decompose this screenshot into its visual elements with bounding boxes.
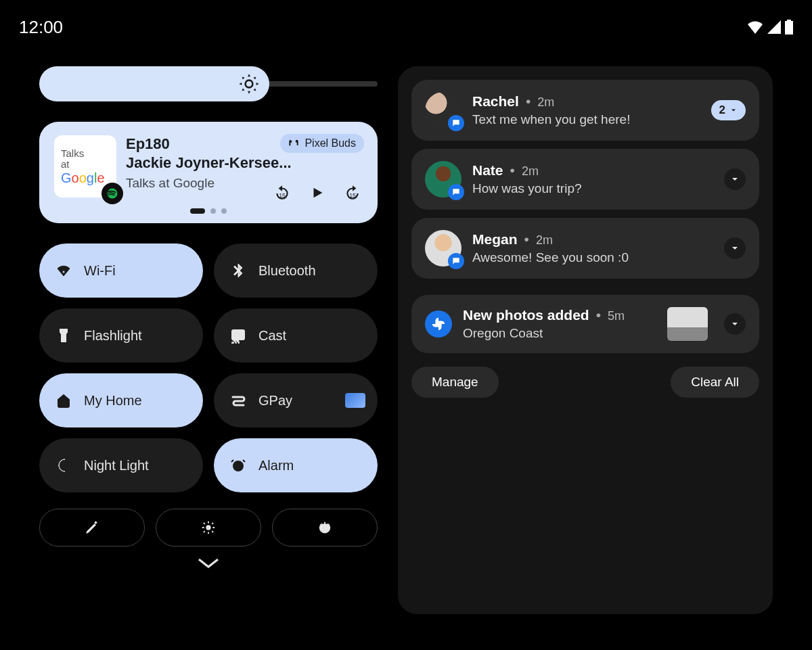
rewind-15-button[interactable]: 15: [273, 184, 291, 202]
brightness-slider[interactable]: [39, 66, 378, 101]
output-label: Pixel Buds: [304, 137, 356, 149]
gpay-card-icon: [345, 393, 365, 408]
pencil-icon: [85, 520, 99, 535]
svg-text:15: 15: [349, 192, 356, 199]
avatar: [425, 92, 461, 129]
tile-alarm[interactable]: Alarm: [214, 438, 378, 492]
gear-icon: [201, 520, 216, 535]
notification-megan[interactable]: Megan•2m Awesome! See you soon :0: [411, 218, 759, 279]
svg-point-6: [206, 526, 210, 530]
output-chip[interactable]: Pixel Buds: [280, 134, 364, 153]
expand-button[interactable]: [724, 168, 746, 190]
play-button[interactable]: [310, 185, 325, 200]
media-pager-dots[interactable]: [54, 208, 363, 214]
brightness-icon: [238, 73, 260, 95]
media-player-card[interactable]: Pixel Buds Talks at Google Ep180 Jackie …: [39, 122, 378, 223]
notification-nate[interactable]: Nate•2m How was your trip?: [411, 149, 759, 210]
messages-icon: [448, 253, 464, 269]
notification-rachel[interactable]: Rachel•2m Text me when you get here! 2: [411, 80, 759, 141]
expand-button[interactable]: [724, 313, 746, 335]
forward-15-button[interactable]: 15: [344, 184, 361, 202]
tile-wifi[interactable]: Wi-Fi: [39, 243, 203, 298]
power-icon: [317, 520, 332, 535]
notification-photos[interactable]: New photos added•5m Oregon Coast: [411, 295, 759, 353]
media-title: Jackie Joyner-Kersee...: [126, 154, 363, 172]
svg-point-2: [63, 336, 64, 338]
battery-status-icon: [785, 20, 793, 34]
tile-cast[interactable]: Cast: [214, 308, 378, 363]
status-time: 12:00: [19, 17, 63, 38]
settings-button[interactable]: [156, 509, 261, 547]
tile-home[interactable]: My Home: [39, 373, 203, 427]
photos-icon: [425, 310, 452, 338]
avatar: [425, 230, 461, 266]
status-bar: 12:00: [0, 14, 812, 41]
tile-nightlight[interactable]: Night Light: [39, 438, 203, 492]
power-button[interactable]: [272, 509, 378, 547]
edit-tiles-button[interactable]: [39, 509, 145, 547]
tile-bluetooth[interactable]: Bluetooth: [214, 243, 378, 298]
clear-all-button[interactable]: Clear All: [671, 367, 759, 398]
avatar: [425, 161, 461, 198]
spotify-icon: [102, 183, 123, 204]
messages-icon: [448, 184, 464, 200]
tile-flashlight[interactable]: Flashlight: [39, 308, 203, 363]
photo-thumbnail: [667, 307, 708, 341]
svg-point-4: [232, 342, 233, 344]
wifi-status-icon: [747, 20, 763, 34]
notification-panel: Rachel•2m Text me when you get here! 2 N…: [398, 66, 773, 614]
expand-button[interactable]: [724, 237, 746, 259]
messages-icon: [448, 115, 464, 131]
media-album-art: Talks at Google: [54, 135, 116, 198]
quick-settings-grid: Wi-Fi Bluetooth Flashlight Cast My Home …: [39, 243, 378, 492]
signal-status-icon: [767, 20, 781, 34]
tile-gpay[interactable]: GPay: [214, 373, 378, 427]
chevron-down-icon: [197, 557, 220, 570]
expand-handle[interactable]: [39, 557, 378, 570]
manage-button[interactable]: Manage: [411, 367, 499, 398]
earbuds-icon: [288, 139, 299, 148]
svg-text:15: 15: [279, 192, 286, 199]
notification-count-chip[interactable]: 2: [711, 100, 746, 120]
